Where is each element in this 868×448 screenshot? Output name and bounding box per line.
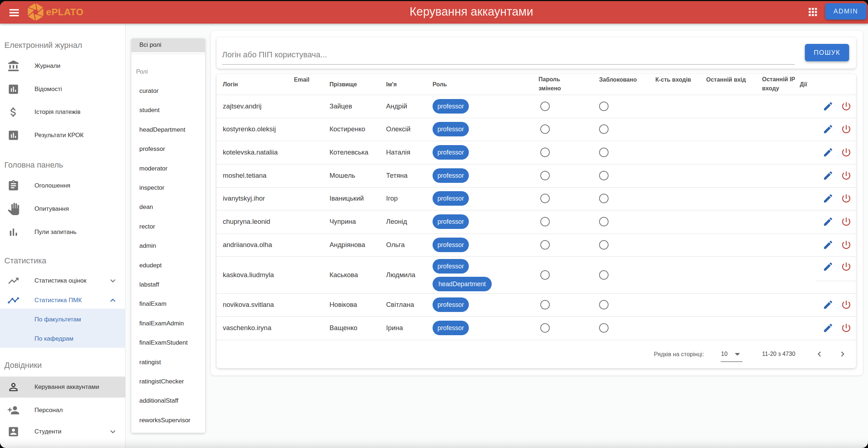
edit-icon[interactable] (823, 170, 834, 181)
sidebar-item-персонал[interactable]: Персонал (0, 400, 126, 421)
search-button[interactable]: ПОШУК (805, 44, 849, 61)
password-changed-radio[interactable] (540, 240, 550, 250)
power-icon[interactable] (841, 261, 852, 272)
role-chip[interactable]: professor (433, 168, 469, 183)
power-icon[interactable] (841, 216, 852, 227)
sidebar-item-історія-платежів[interactable]: Історія платежів (0, 102, 126, 123)
role-item-dean[interactable]: dean (131, 198, 205, 216)
sidebar-item-студенти[interactable]: Студенти (0, 421, 126, 442)
role-item-finalExam[interactable]: finalExam (131, 295, 205, 313)
rows-per-page-dropdown-icon[interactable] (731, 348, 744, 360)
role-chip[interactable]: professor (433, 191, 469, 206)
role-item-inspector[interactable]: inspector (131, 179, 205, 197)
power-icon[interactable] (841, 239, 852, 250)
column-header[interactable]: Заблоковано (599, 75, 637, 84)
edit-icon[interactable] (823, 147, 834, 158)
column-header[interactable]: Email (294, 75, 310, 84)
role-chip[interactable]: professor (433, 238, 469, 252)
power-icon[interactable] (841, 322, 852, 333)
password-changed-radio[interactable] (540, 102, 550, 111)
blocked-radio[interactable] (599, 194, 609, 203)
blocked-radio[interactable] (599, 240, 609, 250)
role-item-finalExamAdmin[interactable]: finalExamAdmin (131, 315, 205, 332)
role-item-labstaff[interactable]: labstaff (131, 276, 205, 293)
blocked-radio[interactable] (599, 323, 609, 333)
column-header[interactable]: Ім'я (386, 80, 397, 89)
admin-button[interactable]: ADMIN (825, 3, 867, 20)
role-chip[interactable]: professor (433, 297, 469, 312)
role-item-ratingistChecker[interactable]: ratingistChecker (131, 373, 205, 390)
sidebar-item-оголошення[interactable]: Оголошення (0, 175, 126, 196)
role-chip[interactable]: headDepartment (433, 277, 492, 291)
password-changed-radio[interactable] (540, 124, 550, 134)
edit-icon[interactable] (823, 322, 834, 333)
search-input[interactable] (222, 49, 792, 61)
role-item-student[interactable]: student (131, 102, 205, 119)
power-icon[interactable] (841, 124, 852, 135)
blocked-radio[interactable] (599, 171, 609, 180)
blocked-radio[interactable] (599, 148, 609, 157)
blocked-radio[interactable] (599, 124, 609, 134)
role-chip[interactable]: professor (433, 259, 469, 274)
power-icon[interactable] (841, 170, 852, 181)
role-chip[interactable]: professor (433, 99, 469, 114)
power-icon[interactable] (841, 193, 852, 204)
role-item-finalExamStudent[interactable]: finalExamStudent (131, 334, 205, 352)
role-item-moderator[interactable]: moderator (131, 160, 205, 177)
role-chip[interactable]: professor (433, 145, 469, 160)
menu-icon[interactable] (9, 9, 19, 17)
sidebar-item-відомості[interactable]: Відомості (0, 79, 126, 100)
password-changed-radio[interactable] (540, 323, 550, 333)
edit-icon[interactable] (823, 193, 834, 204)
brand-logo[interactable]: ePLATO (27, 3, 89, 23)
role-item-rector[interactable]: rector (131, 218, 205, 235)
edit-icon[interactable] (823, 261, 834, 272)
sidebar-item-журнали[interactable]: Журнали (0, 56, 126, 77)
role-item-edudept[interactable]: edudept (131, 257, 205, 274)
apps-grid-icon[interactable] (807, 6, 819, 18)
blocked-radio[interactable] (599, 300, 609, 309)
password-changed-radio[interactable] (540, 217, 550, 226)
role-item-headDepartment[interactable]: headDepartment (131, 121, 205, 139)
password-changed-radio[interactable] (540, 194, 550, 203)
password-changed-radio[interactable] (540, 148, 550, 157)
column-header[interactable]: Останній IPвходу (762, 75, 795, 93)
column-header[interactable]: Дії (800, 80, 807, 89)
role-chip[interactable]: professor (433, 122, 469, 136)
role-chip[interactable]: professor (433, 214, 469, 229)
power-icon[interactable] (841, 101, 852, 112)
power-icon[interactable] (841, 299, 852, 310)
password-changed-radio[interactable] (540, 300, 550, 309)
rows-per-page-select[interactable]: 10 (721, 350, 728, 358)
blocked-radio[interactable] (599, 270, 609, 280)
column-header[interactable]: Парользмінено (539, 75, 561, 93)
edit-icon[interactable] (823, 299, 834, 310)
column-header[interactable]: Прізвище (329, 80, 357, 89)
role-item-curator[interactable]: curator (131, 82, 205, 100)
sidebar-item-результати-крок[interactable]: Результати КРОК (0, 125, 126, 146)
column-header[interactable]: Логін (223, 80, 238, 89)
roles-all-item[interactable]: Всі ролі (131, 38, 205, 52)
sidebar-item-опитування[interactable]: Опитування (0, 198, 126, 219)
role-item-ratingist[interactable]: ratingist (131, 354, 205, 371)
sidebar-item-керування-аккаунтами[interactable]: Керування аккаунтами (0, 377, 126, 398)
sidebar-item-по-кафедрам[interactable]: По кафедрам (0, 328, 126, 349)
column-header[interactable]: Останній вхід (706, 75, 746, 84)
sidebar-item-статистика-пмк[interactable]: Статистика ПМК (0, 290, 126, 311)
edit-icon[interactable] (823, 101, 834, 112)
sidebar-item-пули-запитань[interactable]: Пули запитань (0, 222, 126, 243)
prev-page-icon[interactable] (814, 349, 824, 359)
password-changed-radio[interactable] (540, 270, 550, 280)
edit-icon[interactable] (823, 124, 834, 135)
role-chip[interactable]: professor (433, 321, 469, 335)
blocked-radio[interactable] (599, 102, 609, 111)
role-item-professor[interactable]: professor (131, 140, 205, 158)
role-item-additionalStaff[interactable]: additionalStaff (131, 392, 205, 410)
power-icon[interactable] (841, 147, 852, 158)
role-item-admin[interactable]: admin (131, 237, 205, 255)
next-page-icon[interactable] (838, 349, 848, 359)
column-header[interactable]: К-сть входів (655, 75, 691, 84)
sidebar-item-по-факультетам[interactable]: По факультетам (0, 309, 126, 330)
role-item-reworksSupervisor[interactable]: reworksSupervisor (131, 412, 205, 429)
column-header[interactable]: Роль (433, 80, 447, 89)
